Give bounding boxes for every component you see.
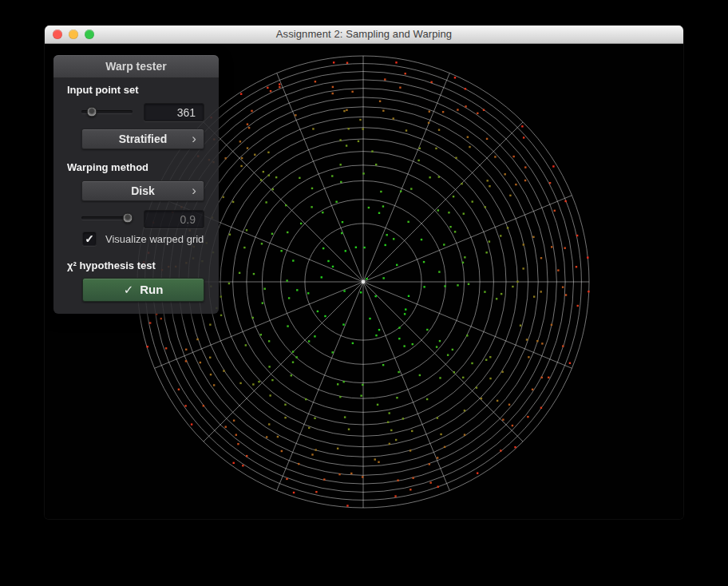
viewport: Warp tester Input point set Stratified ›… bbox=[45, 44, 683, 519]
visualize-grid-checkbox[interactable]: ✓ Visualize warped grid bbox=[82, 232, 204, 246]
sampler-dropdown-value: Stratified bbox=[119, 133, 168, 145]
chevron-right-icon: › bbox=[192, 129, 196, 148]
point-count-slider-knob[interactable] bbox=[86, 107, 97, 117]
minimize-button-icon[interactable] bbox=[69, 30, 78, 39]
warp-param-slider-knob[interactable] bbox=[122, 213, 133, 224]
warp-param-slider[interactable] bbox=[81, 212, 133, 224]
chevron-right-icon: › bbox=[192, 181, 196, 200]
point-count-field[interactable] bbox=[144, 103, 204, 121]
window-titlebar[interactable]: Assignment 2: Sampling and Warping bbox=[45, 26, 683, 44]
sampler-dropdown[interactable]: Stratified › bbox=[81, 129, 204, 149]
chi2-test-label: χ² hypothesis test bbox=[67, 259, 156, 271]
warp-param-field bbox=[144, 210, 204, 228]
warp-method-dropdown[interactable]: Disk › bbox=[81, 180, 204, 201]
window-title: Assignment 2: Sampling and Warping bbox=[45, 26, 683, 43]
zoom-button-icon[interactable] bbox=[85, 30, 94, 39]
visualize-grid-checkbox-label: Visualize warped grid bbox=[105, 233, 204, 245]
close-button-icon[interactable] bbox=[53, 30, 62, 39]
point-count-slider[interactable] bbox=[81, 106, 133, 117]
checkmark-icon: ✓ bbox=[124, 283, 134, 296]
panel-header[interactable]: Warp tester bbox=[53, 55, 219, 78]
warping-method-label: Warping method bbox=[67, 161, 148, 173]
traffic-lights bbox=[53, 30, 94, 39]
input-point-set-label: Input point set bbox=[67, 84, 139, 96]
run-test-button[interactable]: ✓Run bbox=[82, 278, 204, 302]
run-button-label: Run bbox=[140, 283, 163, 296]
app-window: Assignment 2: Sampling and Warping Warp … bbox=[45, 26, 683, 519]
warp-method-dropdown-value: Disk bbox=[131, 184, 155, 197]
checkbox-checkmark-icon[interactable]: ✓ bbox=[82, 232, 97, 246]
warp-tester-panel: Warp tester Input point set Stratified ›… bbox=[53, 55, 219, 314]
